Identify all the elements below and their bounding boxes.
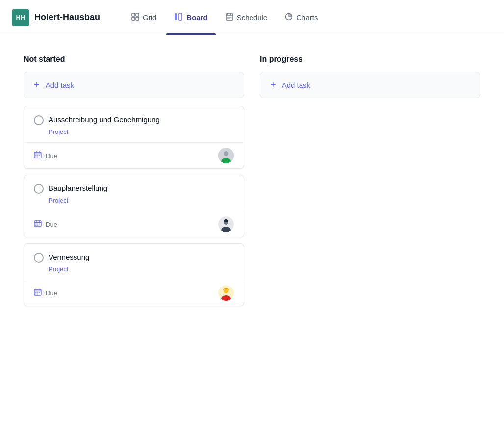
task-card-2: Bauplanerstellung Project <box>24 175 244 237</box>
task-avatar-1 <box>218 148 234 163</box>
plus-icon: + <box>34 80 40 90</box>
task-tag-3: Project <box>49 265 234 273</box>
logo-icon: HH <box>12 9 29 26</box>
task-status-circle-1[interactable] <box>34 115 44 125</box>
grid-icon <box>131 13 139 23</box>
svg-rect-33 <box>39 223 41 224</box>
header: HH Holert-Hausbau Grid <box>0 0 504 35</box>
add-task-not-started-label: Add task <box>46 81 74 89</box>
calendar-icon-1 <box>34 151 42 160</box>
svg-rect-45 <box>39 292 41 293</box>
svg-rect-44 <box>37 292 39 293</box>
svg-rect-43 <box>35 292 37 293</box>
task-status-circle-3[interactable] <box>34 253 44 263</box>
calendar-icon-3 <box>34 289 42 298</box>
add-task-not-started[interactable]: + Add task <box>24 72 244 98</box>
board-columns: Not started + Add task Ausschreibung und… <box>24 55 480 312</box>
svg-rect-34 <box>35 225 37 226</box>
schedule-icon <box>226 13 233 23</box>
svg-rect-4 <box>175 13 177 20</box>
nav-label-grid: Grid <box>143 13 156 22</box>
add-task-in-progress-label: Add task <box>282 81 310 89</box>
svg-rect-35 <box>37 225 39 226</box>
svg-rect-3 <box>136 17 139 20</box>
svg-point-49 <box>224 289 228 293</box>
task-due-label-2: Due <box>46 221 57 228</box>
svg-rect-47 <box>37 293 39 294</box>
task-title-3: Vermessung <box>49 252 89 262</box>
nav-item-board[interactable]: Board <box>166 0 215 35</box>
task-title-1: Ausschreibung und Genehmigung <box>49 114 160 125</box>
task-tag-1: Project <box>49 128 234 135</box>
svg-rect-21 <box>39 155 41 156</box>
task-due-1: Due <box>34 151 57 160</box>
task-avatar-3 <box>218 285 234 301</box>
nav-label-board: Board <box>186 13 207 22</box>
svg-rect-19 <box>35 155 37 156</box>
plus-icon-in-progress: + <box>270 80 276 90</box>
svg-rect-2 <box>132 17 135 20</box>
svg-rect-0 <box>132 13 135 16</box>
task-card-3: Vermessung Project <box>24 243 244 306</box>
main-content: Not started + Add task Ausschreibung und… <box>0 35 504 332</box>
task-status-circle-2[interactable] <box>34 184 44 194</box>
nav-label-charts: Charts <box>296 13 318 22</box>
column-not-started: Not started + Add task Ausschreibung und… <box>24 55 244 312</box>
task-due-label-3: Due <box>46 289 57 297</box>
column-in-progress-title: In progress <box>260 55 480 64</box>
app-title: Holert-Hausbau <box>34 12 100 23</box>
nav-item-schedule[interactable]: Schedule <box>218 0 276 35</box>
task-due-label-1: Due <box>46 152 57 159</box>
svg-rect-22 <box>35 156 37 157</box>
charts-icon <box>285 13 293 23</box>
column-not-started-title: Not started <box>24 55 244 64</box>
nav-item-grid[interactable]: Grid <box>124 0 164 35</box>
task-title-2: Bauplanerstellung <box>49 183 107 193</box>
nav-label-schedule: Schedule <box>237 13 268 22</box>
task-due-3: Due <box>34 289 57 298</box>
nav-item-charts[interactable]: Charts <box>277 0 326 35</box>
svg-rect-23 <box>37 156 39 157</box>
svg-point-25 <box>224 151 228 156</box>
svg-rect-5 <box>179 13 182 20</box>
task-tag-2: Project <box>49 197 234 204</box>
column-in-progress: In progress + Add task <box>260 55 480 312</box>
calendar-icon-2 <box>34 220 42 229</box>
add-task-in-progress[interactable]: + Add task <box>260 72 480 98</box>
task-avatar-2 <box>218 216 234 232</box>
svg-rect-1 <box>136 13 139 16</box>
svg-rect-31 <box>35 223 37 224</box>
svg-rect-46 <box>35 293 37 294</box>
svg-rect-32 <box>37 223 39 224</box>
board-icon <box>174 13 183 23</box>
svg-rect-20 <box>37 155 39 156</box>
task-card-1: Ausschreibung und Genehmigung Project <box>24 106 244 169</box>
main-nav: Grid Board <box>124 0 326 35</box>
task-due-2: Due <box>34 220 57 229</box>
logo-area: HH Holert-Hausbau <box>12 9 100 26</box>
